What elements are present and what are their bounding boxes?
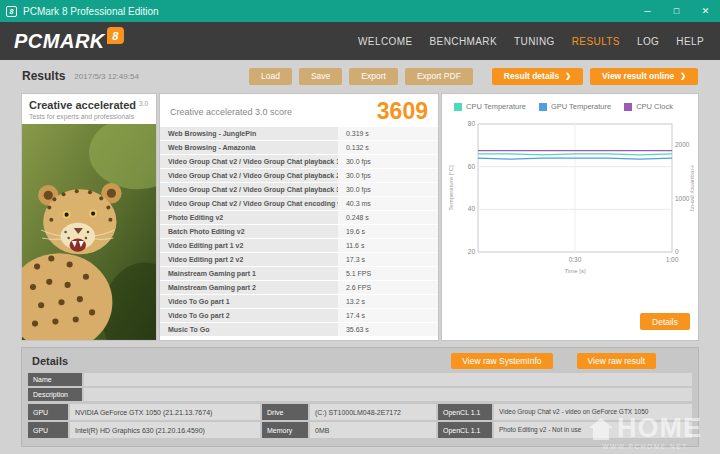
- test-name: Web Browsing - Amazonia: [160, 141, 338, 154]
- test-name: Video Group Chat v2 / Video Group Chat p…: [160, 169, 338, 182]
- score-value: 3609: [377, 100, 428, 123]
- result-row: Video Group Chat v2 / Video Group Chat p…: [160, 183, 438, 196]
- test-name: Video Group Chat v2 / Video Group Chat e…: [160, 197, 338, 210]
- chart-details-button[interactable]: Details: [640, 313, 690, 330]
- spec-label: Memory: [262, 422, 308, 438]
- test-value: 40.3 ms: [338, 197, 438, 210]
- test-name: Video Editing part 2 v2: [160, 253, 338, 266]
- results-table: Web Browsing - JunglePin0.319 sWeb Brows…: [160, 127, 438, 336]
- score-header: Creative accelerated 3.0 score 3609: [160, 94, 438, 127]
- pcmark-window: 8 PCMark 8 Professional Edition ─□✕ PCMA…: [0, 0, 720, 454]
- svg-text:0: 0: [675, 248, 679, 255]
- result-row: Web Browsing - JunglePin0.319 s: [160, 127, 438, 140]
- result-row: Video Editing part 1 v211.6 s: [160, 239, 438, 252]
- toolbar-buttons: LoadSaveExportExport PDFResult details❯V…: [249, 68, 698, 85]
- nav-benchmark[interactable]: BENCHMARK: [430, 36, 498, 47]
- test-value: 30.0 fps: [338, 183, 438, 196]
- test-value: 17.4 s: [338, 309, 438, 322]
- details-row-label: Description: [28, 388, 82, 401]
- svg-text:Frequency [MHz]: Frequency [MHz]: [690, 165, 694, 211]
- results-content: Creative accelerated 3.0 Tests for exper…: [22, 94, 698, 340]
- svg-text:Time [s]: Time [s]: [564, 268, 585, 274]
- window-titlebar: 8 PCMark 8 Professional Edition ─□✕: [0, 0, 720, 22]
- logo-text: PCMARK: [14, 31, 105, 51]
- result-row: Photo Editing v20.248 s: [160, 211, 438, 224]
- benchmark-info-panel: Creative accelerated 3.0 Tests for exper…: [22, 94, 156, 340]
- nav-tuning[interactable]: TUNING: [514, 36, 555, 47]
- close-button[interactable]: ✕: [691, 0, 720, 22]
- benchmark-version: 3.0: [139, 100, 148, 107]
- result-row: Music To Go35.63 s: [160, 323, 438, 336]
- score-label: Creative accelerated 3.0 score: [170, 107, 292, 117]
- logo-8-badge: 8: [107, 27, 124, 44]
- minimize-button[interactable]: ─: [633, 0, 662, 22]
- performance-chart: 204060800100020000:301:00Temperature [°C…: [446, 114, 694, 286]
- export-pdf-button[interactable]: Export PDF: [405, 68, 473, 85]
- details-row: Description: [28, 388, 692, 401]
- svg-text:1:00: 1:00: [666, 256, 679, 263]
- test-value: 0.248 s: [338, 211, 438, 224]
- spec-value: Photo Editing v2 - Not in use: [494, 422, 692, 438]
- result-details-button[interactable]: Result details❯: [492, 68, 583, 85]
- maximize-button[interactable]: □: [662, 0, 691, 22]
- load-button[interactable]: Load: [249, 68, 292, 85]
- svg-text:2000: 2000: [675, 141, 690, 148]
- result-row: Video Editing part 2 v217.3 s: [160, 253, 438, 266]
- window-title: PCMark 8 Professional Edition: [23, 6, 159, 17]
- svg-text:Temperature [°C]: Temperature [°C]: [448, 165, 454, 211]
- test-name: Web Browsing - JunglePin: [160, 127, 338, 140]
- test-name: Batch Photo Editing v2: [160, 225, 338, 238]
- benchmark-subtitle: Tests for experts and professionals: [29, 113, 149, 120]
- view-raw-result-button[interactable]: View raw result: [577, 353, 656, 369]
- nav-help[interactable]: HELP: [676, 36, 704, 47]
- spec-label: OpenCL 1.1: [438, 404, 492, 420]
- benchmark-artwork: [22, 124, 156, 340]
- test-value: 30.0 fps: [338, 155, 438, 168]
- spec-value: NVIDIA GeForce GTX 1050 (21.21.13.7674): [70, 404, 260, 420]
- legend-label: GPU Temperature: [551, 102, 611, 111]
- nav-log[interactable]: LOG: [637, 36, 659, 47]
- test-name: Video Editing part 1 v2: [160, 239, 338, 252]
- svg-text:20: 20: [468, 248, 476, 255]
- export-button[interactable]: Export: [349, 68, 398, 85]
- result-row: Mainstream Gaming part 22.6 FPS: [160, 281, 438, 294]
- result-row: Video To Go part 113.2 s: [160, 295, 438, 308]
- spec-value: 0MB: [310, 422, 436, 438]
- test-value: 17.3 s: [338, 253, 438, 266]
- spec-label: OpenCL 1.1: [438, 422, 492, 438]
- details-row-label: Name: [28, 373, 82, 386]
- nav-results[interactable]: RESULTS: [572, 36, 620, 47]
- chevron-right-icon: ❯: [565, 72, 571, 80]
- result-row: Video Group Chat v2 / Video Group Chat e…: [160, 197, 438, 210]
- result-row: Web Browsing - Amazonia0.132 s: [160, 141, 438, 154]
- legend-swatch: [454, 103, 462, 111]
- spec-row: GPUNVIDIA GeForce GTX 1050 (21.21.13.767…: [28, 404, 692, 420]
- svg-text:1000: 1000: [675, 195, 690, 202]
- result-timestamp: 2017/5/3 12:49:54: [74, 72, 139, 81]
- result-row: Mainstream Gaming part 15.1 FPS: [160, 267, 438, 280]
- results-toolbar: Results 2017/5/3 12:49:54 LoadSaveExport…: [22, 66, 698, 86]
- result-row: Video Group Chat v2 / Video Group Chat p…: [160, 155, 438, 168]
- legend-cpu-clock: CPU Clock: [624, 102, 673, 111]
- test-value: 19.6 s: [338, 225, 438, 238]
- legend-label: CPU Clock: [636, 102, 673, 111]
- details-name-rows: NameDescription: [28, 373, 692, 401]
- view-result-online-button[interactable]: View result online❯: [590, 68, 698, 85]
- save-button[interactable]: Save: [299, 68, 342, 85]
- details-title: Details: [32, 355, 68, 367]
- spec-value: Video Group Chat v2 - video on GeForce G…: [494, 404, 692, 420]
- spec-label: GPU: [28, 404, 68, 420]
- details-buttons: View raw SystemInfoView raw result: [451, 353, 656, 369]
- test-name: Video To Go part 1: [160, 295, 338, 308]
- details-header: Details View raw SystemInfoView raw resu…: [28, 351, 692, 371]
- svg-text:40: 40: [468, 205, 476, 212]
- result-row: Video Group Chat v2 / Video Group Chat p…: [160, 169, 438, 182]
- app-icon: 8: [6, 6, 17, 17]
- view-raw-systeminfo-button[interactable]: View raw SystemInfo: [451, 353, 552, 369]
- test-value: 0.319 s: [338, 127, 438, 140]
- test-value: 2.6 FPS: [338, 281, 438, 294]
- svg-text:0:30: 0:30: [569, 256, 582, 263]
- test-name: Video Group Chat v2 / Video Group Chat p…: [160, 183, 338, 196]
- nav-welcome[interactable]: WELCOME: [358, 36, 412, 47]
- test-value: 13.2 s: [338, 295, 438, 308]
